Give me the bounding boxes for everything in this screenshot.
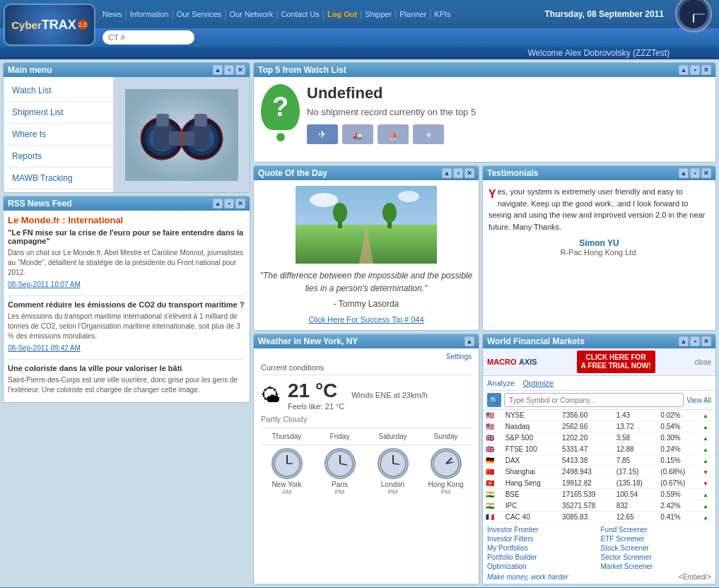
macro-search-button[interactable]: 🔍 xyxy=(487,393,501,407)
svg-rect-14 xyxy=(156,114,169,127)
nav-kpis[interactable]: KPIs xyxy=(434,10,450,18)
financial-panel: World Financial Markets ▲ ▪ ✕ MACRO AXIS… xyxy=(482,334,716,584)
weather-minimize[interactable]: ▲ xyxy=(464,336,474,346)
link-investor-frontier[interactable]: Investor Frontier xyxy=(487,526,598,534)
nav-services[interactable]: Our Services xyxy=(177,10,222,18)
menu-items-list: Watch List Shipment List Where Is Report… xyxy=(4,77,113,192)
rss-headline-3: Une coloriste dans la ville pour valoris… xyxy=(8,364,245,372)
rss-close[interactable]: ✕ xyxy=(235,199,245,208)
financial-restore[interactable]: ▪ xyxy=(690,336,700,346)
menu-image xyxy=(113,77,250,192)
market-dir-bse xyxy=(700,489,715,500)
nav-sep-7: | xyxy=(394,9,397,19)
macro-header: MACRO AXIS CLICK HERE FOR A FREE TRIAL N… xyxy=(483,348,715,376)
financial-minimize[interactable]: ▲ xyxy=(679,336,689,346)
svg-rect-15 xyxy=(194,114,207,127)
testimonials-body: Yes, your system is extremely user frien… xyxy=(483,180,715,262)
macro-optimize-link[interactable]: Optimize xyxy=(522,379,553,387)
menu-mawb-tracking[interactable]: MAWB Tracking xyxy=(4,167,113,189)
link-sector-screener[interactable]: Sector Screener xyxy=(601,553,712,561)
rss-date-2[interactable]: 08-Sep-2011 09:42 AM xyxy=(8,344,245,352)
market-change-dax: 7.85 xyxy=(614,455,658,466)
watch-restore[interactable]: ▪ xyxy=(690,65,700,75)
macro-search-input[interactable] xyxy=(504,393,684,407)
rss-date-1[interactable]: 08-Sep-2011 10:07 AM xyxy=(8,281,245,288)
transport-air-icon[interactable]: ✈ xyxy=(307,124,338,144)
market-name-ipc: IPC xyxy=(503,500,559,512)
watch-close[interactable]: ✕ xyxy=(701,65,711,75)
nav-information[interactable]: Information xyxy=(130,10,169,18)
link-optimization[interactable]: Optimization xyxy=(487,563,598,570)
quote-minimize[interactable]: ▲ xyxy=(442,168,452,178)
market-change-ipc: 832 xyxy=(614,500,658,512)
market-dir-ipc xyxy=(700,500,715,512)
nav-news[interactable]: News xyxy=(103,10,122,18)
macro-trial-button[interactable]: CLICK HERE FOR A FREE TRIAL NOW! xyxy=(577,351,655,373)
svg-point-29 xyxy=(382,203,397,223)
financial-motto[interactable]: Make money, work harder xyxy=(487,573,568,581)
city-name-paris: Paris xyxy=(314,481,366,488)
quote-link[interactable]: Click Here For Success Tip # 044 xyxy=(308,315,423,324)
main-menu-restore[interactable]: ▪ xyxy=(224,65,234,75)
menu-watch-list[interactable]: Watch List xyxy=(4,80,113,102)
menu-shipment-list[interactable]: Shipment List xyxy=(4,102,113,124)
market-flag-sp500: 🇬🇧 xyxy=(483,433,503,444)
link-investor-filters[interactable]: Investor Filters xyxy=(487,535,598,543)
market-dir-hangseng xyxy=(700,478,715,489)
main-menu-minimize[interactable]: ▲ xyxy=(213,65,223,75)
market-value-ipc: 35271.578 xyxy=(559,500,614,512)
quote-controls: ▲ ▪ ✕ xyxy=(442,168,474,178)
market-pct-sp500: 0.30% xyxy=(657,433,700,444)
rss-restore[interactable]: ▪ xyxy=(224,199,234,208)
rss-minimize[interactable]: ▲ xyxy=(213,199,223,208)
weather-settings[interactable]: Settings xyxy=(261,353,472,360)
main-menu-body: Watch List Shipment List Where Is Report… xyxy=(4,77,250,192)
watch-minimize[interactable]: ▲ xyxy=(679,65,689,75)
macro-view-all[interactable]: View All xyxy=(686,396,711,404)
table-row: 🇺🇸 Nasdaq 2562.66 13.72 0.54% xyxy=(483,421,715,433)
macro-analyze-link[interactable]: Analyze xyxy=(487,379,515,387)
nav-planner[interactable]: Planner xyxy=(399,10,426,18)
nav-network[interactable]: Our Network xyxy=(230,10,274,18)
macro-links: Analyze Optimize xyxy=(483,376,715,391)
market-pct-hangseng: (0.67%) xyxy=(657,478,700,489)
nav-shipper[interactable]: Shipper xyxy=(365,10,392,18)
menu-reports[interactable]: Reports xyxy=(4,146,113,167)
transport-plane-icon[interactable]: ✈ xyxy=(413,124,444,144)
link-etf-screener[interactable]: ETF Screener xyxy=(601,535,712,543)
quote-close[interactable]: ✕ xyxy=(464,168,474,178)
link-portfolio-builder[interactable]: Portfolio Builder xyxy=(487,553,598,561)
financial-links-grid: Investor Frontier Fund Screener Investor… xyxy=(487,526,711,570)
menu-where-is[interactable]: Where Is xyxy=(4,124,113,146)
clock-face-ny xyxy=(271,448,303,479)
financial-close[interactable]: ✕ xyxy=(701,336,711,346)
testimonials-company: R-Pac Hong Kong Ltd. xyxy=(489,248,710,257)
weather-main: 🌤 21 °C Feels like: 21 °C Winds ENE at 2… xyxy=(261,380,472,411)
market-value-ftse: 5331.47 xyxy=(559,444,614,455)
search-input[interactable] xyxy=(103,30,194,45)
testimonials-restore[interactable]: ▪ xyxy=(690,168,700,178)
main-menu-close[interactable]: ✕ xyxy=(235,65,245,75)
link-market-screener[interactable]: Market Screener xyxy=(601,563,712,570)
macro-close-button[interactable]: close xyxy=(695,358,711,366)
link-stock-screener[interactable]: Stock Screener xyxy=(601,544,712,552)
testimonials-close[interactable]: ✕ xyxy=(701,168,711,178)
rss-header: RSS News Feed ▲ ▪ ✕ xyxy=(4,196,250,211)
nav-sep-4: | xyxy=(276,9,278,19)
table-row: 🇭🇰 Hang Seng 19912.82 (135.18) (0.67%) xyxy=(483,478,715,489)
clock-face-london xyxy=(378,448,409,479)
nav-contact[interactable]: Contact Us xyxy=(281,10,319,18)
transport-truck-icon[interactable]: 🚛 xyxy=(342,124,373,144)
testimonials-minimize[interactable]: ▲ xyxy=(679,168,689,178)
quote-restore[interactable]: ▪ xyxy=(453,168,463,178)
rss-content-2: Les émissions du transport maritime inte… xyxy=(8,312,245,341)
nav-logout[interactable]: Log Out xyxy=(327,10,357,18)
embed-link[interactable]: <Embed/> xyxy=(679,573,711,581)
market-change-shanghai: (17.15) xyxy=(614,466,658,478)
link-fund-screener[interactable]: Fund Screener xyxy=(601,526,712,534)
transport-ship-icon[interactable]: ⛵ xyxy=(378,124,409,144)
macro-search-row: 🔍 View All xyxy=(483,391,715,410)
rss-source-1[interactable]: Le Monde.fr : International xyxy=(8,215,245,225)
link-my-portfolios[interactable]: My Portfolios xyxy=(487,544,598,552)
market-pct-dax: 0.15% xyxy=(657,455,700,466)
